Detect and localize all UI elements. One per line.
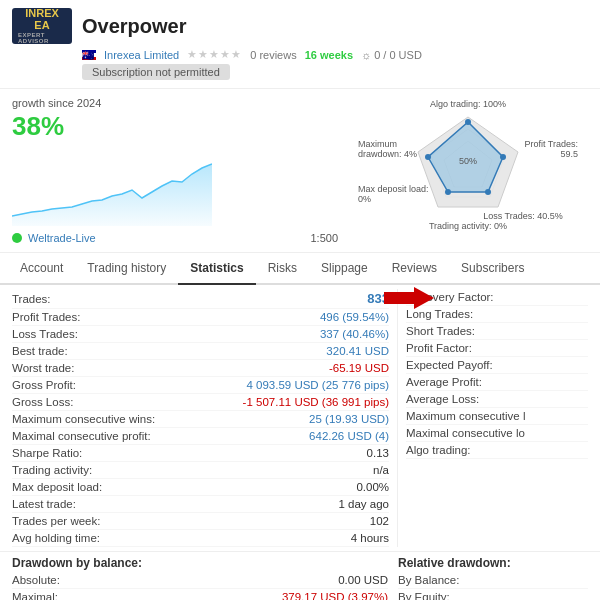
svg-marker-0	[384, 287, 434, 309]
max-consec-l-label: Maximum consecutive l	[406, 410, 526, 422]
algo-trading-right-label: Algo trading:	[406, 444, 471, 456]
drawdown-right: Relative drawdown: By Balance: By Equity…	[398, 556, 588, 600]
stat-row-trades-per-week: Trades per week: 102	[12, 513, 389, 530]
by-balance-label: By Balance:	[398, 574, 459, 586]
absolute-value: 0.00 USD	[338, 574, 388, 586]
drawdown-left: Drawdown by balance: Absolute: 0.00 USD …	[12, 556, 388, 600]
stat-row-maximal: Maximal: 379.17 USD (3.97%)	[12, 589, 388, 600]
algo-label: Algo trading: 100%	[430, 99, 506, 109]
stat-row-expected-payoff: Expected Payoff:	[406, 357, 588, 374]
radar-point-top	[465, 119, 471, 125]
avg-loss-label: Average Loss:	[406, 393, 479, 405]
growth-since-label: growth since 2024	[12, 97, 338, 109]
drawdown-section: Drawdown by balance: Absolute: 0.00 USD …	[0, 551, 600, 600]
logo-sub: EXPERT ADVISOR	[18, 32, 66, 45]
stat-row-max-consec-wins: Maximum consecutive wins: 25 (19.93 USD)	[12, 411, 389, 428]
avg-profit-label: Average Profit:	[406, 376, 482, 388]
growth-percent: 38%	[12, 111, 338, 142]
server-info: Weltrade-Live 1:500	[12, 232, 338, 244]
avg-holding-value: 4 hours	[351, 532, 389, 544]
header-meta: 🇦🇺 Inrexea Limited ★★★★★ 0 reviews 16 we…	[12, 48, 588, 61]
server-ratio: 1:500	[310, 232, 338, 244]
gross-loss-label: Gross Loss:	[12, 396, 73, 408]
trading-activity-label: Trading activity: 0%	[429, 221, 507, 231]
radar-point-left	[425, 154, 431, 160]
stat-row-latest-trade: Latest trade: 1 day ago	[12, 496, 389, 513]
stat-row-profit-factor: Profit Factor:	[406, 340, 588, 357]
sharpe-label: Sharpe Ratio:	[12, 447, 82, 459]
radar-point-bl	[445, 189, 451, 195]
usd-info: ☼ 0 / 0 USD	[361, 49, 422, 61]
avg-holding-label: Avg holding time:	[12, 532, 100, 544]
page-header: INREX EA EXPERT ADVISOR Overpower 🇦🇺 Inr…	[0, 0, 600, 89]
maximal-consec-lo-label: Maximal consecutive lo	[406, 427, 525, 439]
loss-trades-label: Loss Trades: 40.5%	[483, 211, 563, 221]
subscription-label: Subscription not permitted	[82, 64, 230, 80]
left-panel: growth since 2024 38% Weltrade-Live 1:50…	[12, 97, 338, 244]
max-deposit-label: Max deposit load:	[12, 481, 102, 493]
server-name: Weltrade-Live	[28, 232, 96, 244]
loss-trades-label: Loss Trades:	[12, 328, 78, 340]
tab-subscribers[interactable]: Subscribers	[449, 253, 536, 285]
stat-row-gross-profit: Gross Profit: 4 093.59 USD (25 776 pips)	[12, 377, 389, 394]
sharpe-value: 0.13	[367, 447, 389, 459]
weeks-badge: 16 weeks	[305, 49, 353, 61]
radar-chart: Algo trading: 100% 50% Profit Trades: 59…	[348, 97, 588, 237]
radar-panel: Algo trading: 100% 50% Profit Trades: 59…	[348, 97, 588, 244]
server-status-dot	[12, 233, 22, 243]
stat-row-trades: Trades: 833	[12, 289, 389, 309]
max-consec-wins-value: 25 (19.93 USD)	[309, 413, 389, 425]
max-consec-wins-label: Maximum consecutive wins:	[12, 413, 155, 425]
worst-trade-value: -65.19 USD	[329, 362, 389, 374]
by-equity-label: By Equity:	[398, 591, 450, 600]
stat-row-short-trades: Short Trades:	[406, 323, 588, 340]
two-col-stats: Trades: 833 Profit Trades: 496 (59.54%) …	[12, 289, 588, 547]
tab-slippage[interactable]: Slippage	[309, 253, 380, 285]
trading-activity-value: n/a	[373, 464, 389, 476]
profit-factor-label: Profit Factor:	[406, 342, 472, 354]
provider-link[interactable]: Inrexea Limited	[104, 49, 179, 61]
stat-row-gross-loss: Gross Loss: -1 507.11 USD (36 991 pips)	[12, 394, 389, 411]
radar-point-br	[485, 189, 491, 195]
maximal-label: Maximal:	[12, 591, 58, 600]
chart-svg	[12, 146, 212, 226]
tab-statistics[interactable]: Statistics	[178, 253, 255, 285]
radar-center-label: 50%	[459, 156, 477, 166]
arrow-icon	[384, 287, 434, 309]
latest-trade-label: Latest trade:	[12, 498, 76, 510]
expected-payoff-label: Expected Payoff:	[406, 359, 493, 371]
trades-row-container: Trades: 833	[12, 289, 389, 309]
reviews: 0 reviews	[250, 49, 296, 61]
stat-row-algo-trading-right: Algo trading:	[406, 442, 588, 459]
stat-row-loss-trades: Loss Trades: 337 (40.46%)	[12, 326, 389, 343]
relative-drawdown-title: Relative drawdown:	[398, 556, 588, 570]
loss-trades-value: 337 (40.46%)	[320, 328, 389, 340]
drawdown-balance-title: Drawdown by balance:	[12, 556, 388, 570]
tab-reviews[interactable]: Reviews	[380, 253, 449, 285]
max-drawdown-value: drawdown: 4%	[358, 149, 417, 159]
stat-row-avg-profit: Average Profit:	[406, 374, 588, 391]
tab-risks[interactable]: Risks	[256, 253, 309, 285]
tab-account[interactable]: Account	[8, 253, 75, 285]
header-title: Overpower	[82, 15, 186, 38]
profit-trades-value: 59.5	[560, 149, 578, 159]
maximal-value: 379.17 USD (3.97%)	[282, 591, 388, 600]
stat-row-avg-loss: Average Loss:	[406, 391, 588, 408]
best-trade-label: Best trade:	[12, 345, 68, 357]
statistics-content: Trades: 833 Profit Trades: 496 (59.54%) …	[0, 285, 600, 551]
stat-row-absolute: Absolute: 0.00 USD	[12, 572, 388, 589]
stat-row-best-trade: Best trade: 320.41 USD	[12, 343, 389, 360]
stars: ★★★★★	[187, 48, 242, 61]
stat-row-maximal-consec-profit: Maximal consecutive profit: 642.26 USD (…	[12, 428, 389, 445]
flag-icon: 🇦🇺	[82, 50, 96, 60]
max-deposit-value: 0%	[358, 194, 371, 204]
maximal-consec-profit-label: Maximal consecutive profit:	[12, 430, 151, 442]
stat-row-profit-trades: Profit Trades: 496 (59.54%)	[12, 309, 389, 326]
trading-activity-label: Trading activity:	[12, 464, 92, 476]
stats-col-left: Trades: 833 Profit Trades: 496 (59.54%) …	[12, 289, 398, 547]
logo-text: INREX EA	[18, 7, 66, 31]
trades-label: Trades:	[12, 293, 51, 305]
profit-trades-label: Profit Trades:	[12, 311, 80, 323]
tab-trading-history[interactable]: Trading history	[75, 253, 178, 285]
tabs-bar: Account Trading history Statistics Risks…	[0, 253, 600, 285]
